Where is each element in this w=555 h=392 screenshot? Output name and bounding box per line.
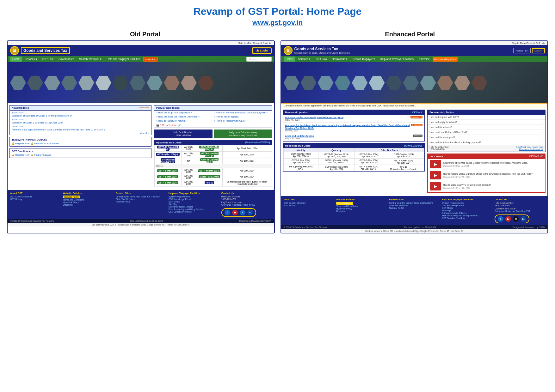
enhanced-yt-thumb1[interactable]: ▶ [430,160,441,168]
enhanced-menu-help[interactable]: Help and Taxpayer Facilities [378,57,416,62]
old-footer-system[interactable]: System Requirements [169,196,219,198]
old-footer-sitemap[interactable]: Site Map [169,203,219,205]
enhanced-yt-thumb3[interactable]: ▶ [430,182,441,190]
enhanced-news-date1: Oct 17th, 2024 [285,119,423,121]
old-help-item4[interactable]: How do I file intimation about voluntary… [214,111,270,114]
enhanced-facebook-icon[interactable]: f [498,216,503,222]
old-footer-national[interactable]: National Portal [116,201,166,203]
old-footer-disclaimer[interactable]: Disclaimer [63,204,113,206]
enhanced-x-icon[interactable]: ✕ [513,216,519,222]
enhanced-footer-state-tax[interactable]: State Tax Websites [389,204,439,207]
old-news-item1[interactable]: Extension of Due date of GSTR-1 for the … [10,114,151,118]
old-footer-policy-highlight[interactable]: Website Policy [63,196,80,198]
old-view-all[interactable]: View all » [10,131,151,135]
old-help-item1[interactable]: How can I Opt for Composition? [156,111,213,114]
subtitle-link[interactable]: www.gst.gov.in [0,19,555,30]
enhanced-news-title2[interactable]: Advisory for furnishing bank account det… [285,124,423,130]
enhanced-footer-accounting[interactable]: Free Accounting and Billing Services [442,214,492,217]
old-linkedin-icon[interactable]: in [247,210,253,215]
enhanced-footer-media[interactable]: GST Media [442,207,492,209]
old-footer-grievance[interactable]: Grievance Nodal Officers [169,206,219,208]
old-footer-grievance-portal[interactable]: Grievance Redressal Portal for GST [221,204,272,206]
enhanced-menu-news[interactable]: News and Updates [433,57,458,62]
enhanced-footer-cbic[interactable]: Central Board of Indirect Taxes and Cust… [389,202,439,204]
old-menu-search-taxpayer[interactable]: Search Taxpayer ▾ [77,57,104,62]
old-footer-knowledge[interactable]: GST Knowledge Portal [169,198,219,200]
enhanced-footer-grievance-portal[interactable]: Grievance Redressal Portal for GST [495,210,545,212]
old-menu-services[interactable]: Services ▾ [22,57,40,62]
old-footer-terms[interactable]: Terms and Conditions [63,199,113,201]
old-menu-help[interactable]: Help and Taxpayer Facilities [104,57,142,62]
old-nav-search[interactable]: Search... [246,57,272,62]
old-footer-hyperlink[interactable]: Hyperlink Policy [63,201,113,203]
old-menu-downloads[interactable]: Downloads ▾ [56,57,76,62]
enhanced-log-track[interactable]: Log/Track Your Issues hereGrievance Redr… [516,146,543,151]
old-help-item2[interactable]: How can I use the Returns Offline tool? [156,115,213,118]
old-find-taxpayer[interactable]: 🔒 Find a Taxpayer [31,154,51,156]
enhanced-yt-thumb2[interactable]: ▶ [430,171,441,179]
old-login-button[interactable]: 🔒 Login [252,47,272,54]
enhanced-footer-disclaimer[interactable]: Disclaimer [336,210,386,212]
old-menu-home[interactable]: Home [10,57,22,62]
enhanced-menu-gst-law[interactable]: GST Law [313,57,329,62]
old-news-item2[interactable]: Extension of GSTR-1 due date to 12th Apr… [10,121,151,124]
enhanced-footer-terms[interactable]: Terms and Conditions [336,205,386,207]
old-footer-suvidha[interactable]: GST Suvidha Providers [169,211,219,213]
old-youtube-icon[interactable]: ▶ [232,210,238,215]
enhanced-menu-downloads[interactable]: Downloads ▾ [330,57,349,62]
enhanced-news-view-all[interactable]: VIEW ALL [412,111,422,113]
enhanced-help-item6[interactable]: How do I file intimation about voluntary… [428,140,545,145]
old-pdf-link[interactable]: (Download as PDF File) [245,141,270,144]
enhanced-navbar: 🏛 Goods and Services Tax Government of I… [281,45,548,56]
enhanced-help-item2[interactable]: How do I apply for refund? › [428,120,545,125]
old-footer-media[interactable]: GST Media [169,201,219,203]
enhanced-menu-search-taxpayer[interactable]: Search Taxpayer ▾ [350,57,377,62]
enhanced-menu-einvoice[interactable]: e-Invoice [416,57,432,62]
enhanced-footer-knowledge[interactable]: GST Knowledge Portal [442,204,492,207]
enhanced-news-title3[interactable]: news and updates testing [285,135,423,137]
enhanced-footer-suvidha[interactable]: GST Suvidha Providers [442,217,492,219]
enhanced-help-item1[interactable]: How do I register with GST? › [428,115,545,120]
enhanced-news-item2: E-INVOICE Advisory for furnishing bank a… [283,123,425,133]
old-advisories-link[interactable]: Advisories [139,106,149,109]
enhanced-pdf-link[interactable]: DOWNLOAD PDF [404,145,422,147]
old-footer-cbic[interactable]: Central Board of Indirect Taxes and Cust… [116,196,166,198]
enhanced-menu-home[interactable]: Home [284,57,295,62]
old-footer-history[interactable]: GST History [10,198,60,200]
enhanced-linkedin-icon[interactable]: in [521,216,526,222]
enhanced-footer-policy-highlight[interactable]: Website Policy [336,202,353,205]
enhanced-footer-sitemap[interactable]: Site Map [442,209,492,212]
old-footer-council[interactable]: GST Council Structure [10,196,60,198]
enhanced-media-view-all[interactable]: VIEW ALL 🔗 [529,155,543,158]
old-help-item5[interactable]: How to file an appeal? [214,115,270,118]
old-help-item3[interactable]: How do I apply for refund? [156,119,213,122]
old-footer-accounting[interactable]: Free Accounting and Billing Services [169,208,219,210]
enhanced-help-item5[interactable]: How do I file an appeal? › [428,135,545,140]
old-grievance-box[interactable]: Lodge your Grievance usingself-Service H… [214,130,272,138]
enhanced-help-item3[interactable]: How do I file returns? › [428,125,545,130]
old-footer-state-tax[interactable]: State Tax Websites [116,198,166,200]
old-menu-gst-law[interactable]: GST Law [40,57,56,62]
enhanced-footer-system[interactable]: System Requirements [442,202,492,204]
enhanced-footer-hyperlink[interactable]: Hyperlink Policy [336,208,386,210]
old-register-now2[interactable]: 🔒 Register Now [12,154,29,156]
old-news-item3[interactable]: Advisory: Auto-populate the HSN-wise sum… [10,128,151,131]
enhanced-footer-contact: Contact Us Help Desk Number: 1808-103-47… [495,198,545,223]
old-register-now1[interactable]: 🔒 Register Now [12,142,29,145]
enhanced-footer-grievance[interactable]: Grievance Nodal Officers [442,212,492,214]
enhanced-footer-council[interactable]: GST Council Structure [284,202,334,204]
enhanced-youtube-icon[interactable]: ▶ [505,216,511,222]
enhanced-footer-national[interactable]: National Portal [389,207,439,209]
old-gst-youtube[interactable]: 🎬 GST on Youtube 🔗 [156,124,181,127]
enhanced-help-item4[interactable]: How can I use Returns Offline Tool? › [428,130,545,135]
old-menu-einvoice[interactable]: e-Invoice [143,57,158,62]
enhanced-login-button[interactable]: LOGIN [532,48,545,53]
old-facebook-icon[interactable]: f [225,210,230,215]
old-help-item6[interactable]: How do I register with GST? [214,119,270,122]
old-twitter-icon[interactable]: t [240,210,245,215]
enhanced-menu-services[interactable]: Services ▾ [296,57,313,62]
enhanced-footer-history[interactable]: GST History [284,204,334,207]
enhanced-register-button[interactable]: REGISTER [513,48,531,53]
old-find-practitioner[interactable]: 🔒 Find a GST Practitioner [31,142,59,145]
enhanced-news-title1[interactable]: Advisory on the functionality available … [285,116,423,119]
